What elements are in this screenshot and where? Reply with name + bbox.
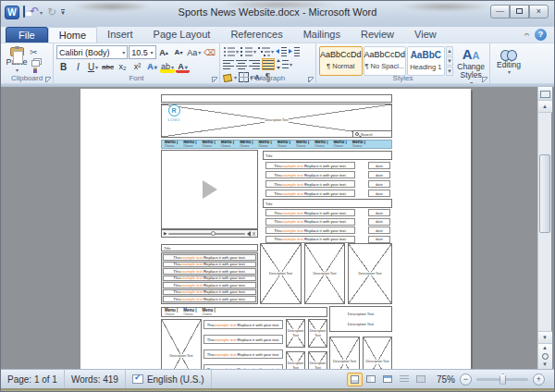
description-box: Description Text Description Text xyxy=(329,306,392,332)
image-placeholder: Description Text xyxy=(363,337,392,369)
document-page[interactable]: Description Text R LOGO Search Menu | Ch… xyxy=(80,89,471,369)
view-shortcuts xyxy=(347,373,429,386)
strikethrough-button[interactable]: abc xyxy=(101,60,115,73)
scroll-down-arrow[interactable]: ▼ xyxy=(538,331,552,343)
help-icon[interactable]: ? xyxy=(535,29,547,41)
nav-menu-item: Menu | Choose xyxy=(200,141,218,148)
styles-scroll-down[interactable]: ▼ xyxy=(446,56,454,66)
style-heading1[interactable]: AaBbC Heading 1 xyxy=(407,46,444,76)
line-spacing-button[interactable]: ▾ xyxy=(277,59,292,69)
style-normal[interactable]: AaBbCcDd ¶ Normal xyxy=(319,46,363,76)
headline-row: This example text. Replace it with your … xyxy=(265,227,392,236)
print-layout-button[interactable] xyxy=(347,373,363,386)
italic-button[interactable]: I xyxy=(71,60,85,73)
multilevel-list-button[interactable]: ▾ xyxy=(258,46,274,56)
style-name: ¶ Normal xyxy=(320,62,362,70)
minimize-button[interactable]: — xyxy=(490,5,510,18)
headline-row: This example text. Replace it with your … xyxy=(265,209,392,218)
tab-mailings[interactable]: Mailings xyxy=(293,27,351,43)
tab-home[interactable]: Home xyxy=(48,27,97,43)
title-bar: W ↶▾ ↻ ▾ Sports News Website.docx - Micr… xyxy=(1,1,554,27)
word-count[interactable]: Words: 419 xyxy=(65,370,126,388)
tab-review[interactable]: Review xyxy=(351,27,404,43)
zoom-level[interactable]: 75% xyxy=(437,374,455,385)
zoom-slider-thumb[interactable] xyxy=(500,374,506,385)
language-status[interactable]: English (U.S.) xyxy=(126,370,212,388)
headline-row: This example text. Replace it with your … xyxy=(265,171,392,180)
change-case-button[interactable]: Aa▾ xyxy=(187,46,203,59)
styles-scroll-up[interactable]: ▲ xyxy=(446,46,454,55)
full-screen-reading-button[interactable] xyxy=(364,373,379,386)
subscript-button[interactable]: x₂ xyxy=(116,60,130,73)
scroll-up-arrow[interactable]: ▲ xyxy=(538,101,552,113)
scrollbar-track[interactable] xyxy=(538,113,552,331)
shrink-font-button[interactable]: A▾ xyxy=(172,46,186,59)
align-right-button[interactable] xyxy=(249,59,260,69)
paste-icon xyxy=(10,47,24,56)
zoom-out-button[interactable]: − xyxy=(460,374,472,386)
bullets-button[interactable]: ▾ xyxy=(223,46,239,56)
tab-references[interactable]: References xyxy=(220,27,292,43)
previous-page-button[interactable]: ▲ xyxy=(538,344,552,352)
draft-view-button[interactable] xyxy=(413,373,429,386)
ribbon: Paste ▾ ✂ Clipboard Calibri (Body)▾ 10.5… xyxy=(1,43,554,83)
tab-page-layout[interactable]: Page Layout xyxy=(143,27,221,43)
copy-button[interactable] xyxy=(31,60,40,67)
paragraph-dialog-launcher[interactable] xyxy=(308,77,314,82)
font-color-button[interactable]: A▾ xyxy=(176,60,190,73)
text-effects-button[interactable]: A▾ xyxy=(145,60,159,73)
increase-indent-button[interactable] xyxy=(289,46,300,56)
news-list-row: This example text. Replace it with your … xyxy=(163,254,256,261)
tab-insert[interactable]: Insert xyxy=(97,27,143,43)
font-dialog-launcher[interactable] xyxy=(212,77,217,82)
search-label: Search xyxy=(361,132,373,137)
outline-view-button[interactable] xyxy=(397,373,413,386)
date-box: date xyxy=(368,236,390,243)
image-placeholder: Description Text xyxy=(304,243,345,304)
zoom-slider-track[interactable] xyxy=(476,378,528,381)
editing-button[interactable]: Editing ▾ xyxy=(493,45,524,76)
tab-file[interactable]: File xyxy=(6,27,48,43)
superscript-button[interactable]: x² xyxy=(130,60,144,73)
next-page-button[interactable]: ▼ xyxy=(538,361,552,369)
zoom-in-button[interactable]: + xyxy=(533,374,545,386)
highlight-color-button[interactable]: ab▾ xyxy=(160,60,175,73)
headline-list-2: This example text. Replace it with your … xyxy=(265,209,392,244)
underline-button[interactable]: U▾ xyxy=(86,60,100,73)
clear-formatting-button[interactable]: ⌫ xyxy=(203,46,216,59)
font-family-combo[interactable]: Calibri (Body)▾ xyxy=(56,45,128,59)
align-left-button[interactable] xyxy=(223,59,234,69)
align-center-button[interactable] xyxy=(236,59,247,69)
scrollbar-thumb[interactable] xyxy=(539,154,550,233)
font-size-combo[interactable]: 10.5▾ xyxy=(129,45,155,59)
styles-dialog-launcher[interactable] xyxy=(482,77,487,82)
nav-menu-item: Menu | Choose xyxy=(255,141,274,148)
date-box: date xyxy=(368,227,390,234)
bold-button[interactable]: B xyxy=(56,60,70,73)
numbering-button[interactable]: ▾ xyxy=(240,46,256,56)
search-box: Search xyxy=(352,130,392,138)
grow-font-button[interactable]: A▴ xyxy=(157,46,171,59)
paste-button[interactable]: Paste ▾ xyxy=(4,45,30,73)
browse-object-button[interactable] xyxy=(542,353,549,360)
decrease-indent-button[interactable] xyxy=(276,46,287,56)
editing-group: Editing ▾ xyxy=(490,43,527,83)
minimize-ribbon-icon[interactable]: ᴖ xyxy=(524,31,529,40)
format-painter-button[interactable] xyxy=(33,67,37,73)
video-progress-knob xyxy=(211,231,216,236)
nav-menu-item: Menu | Choose xyxy=(218,141,237,148)
clipboard-dialog-launcher[interactable] xyxy=(45,77,51,82)
web-layout-button[interactable] xyxy=(380,373,396,386)
close-button[interactable]: × xyxy=(529,5,549,18)
justify-button[interactable] xyxy=(262,58,275,70)
tab-view[interactable]: View xyxy=(404,27,447,43)
news-list-row: This example text. Replace it with your … xyxy=(163,268,256,275)
ribbon-tab-row: File Home Insert Page Layout References … xyxy=(1,27,554,43)
paste-dropdown-icon[interactable]: ▾ xyxy=(16,67,18,73)
page-count[interactable]: Page: 1 of 1 xyxy=(1,370,65,388)
maximize-button[interactable] xyxy=(510,5,529,18)
main-nav-bar: Menu | Choose Menu | Choose Menu | Choos… xyxy=(161,140,392,149)
view-ruler-toggle[interactable] xyxy=(538,87,552,101)
style-no-spacing[interactable]: AaBbCcDd ¶ No Spaci... xyxy=(364,46,407,76)
cut-button[interactable]: ✂ xyxy=(30,47,40,57)
